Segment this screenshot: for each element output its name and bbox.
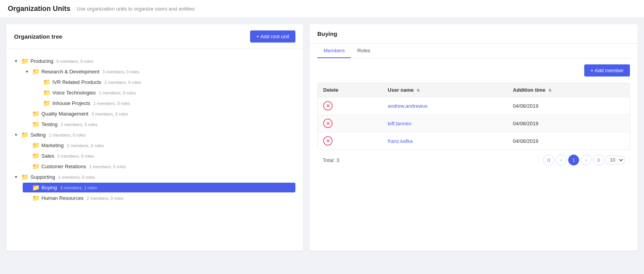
table-row: ✕ franz.kafka 04/08/2019 — [318, 132, 630, 150]
tree-meta: 3 members, 1 roles — [60, 185, 97, 190]
members-table: Delete User name ⇅ Addition time ⇅ — [318, 83, 630, 149]
tree-row-sales[interactable]: 📁 Sales 3 members, 0 roles — [25, 151, 295, 161]
tree-label: Selling — [30, 132, 46, 138]
left-panel: Organization tree + Add root unit ▼ 📁 Pr… — [6, 24, 303, 251]
page-title: Organization Units — [8, 5, 70, 13]
tree-children-selling: 📁 Marketing 2 members, 0 roles 📁 Sales 3… — [25, 141, 295, 171]
folder-icon: 📁 — [43, 100, 51, 107]
folder-icon: 📁 — [32, 194, 40, 202]
right-panel-body: + Add member Delete User name ⇅ — [309, 58, 638, 172]
tab-roles[interactable]: Roles — [351, 44, 376, 58]
col-delete-label: Delete — [323, 87, 338, 93]
members-table-container: Delete User name ⇅ Addition time ⇅ — [317, 83, 630, 150]
add-root-unit-button[interactable]: + Add root unit — [250, 30, 295, 43]
folder-icon: 📁 — [21, 131, 29, 139]
tree-meta: 1 members, 0 roles — [89, 164, 126, 169]
org-tree-title: Organization tree — [14, 33, 62, 40]
username-cell: andrew.andrewus — [382, 97, 507, 115]
folder-icon: 📁 — [32, 152, 40, 160]
right-panel: Buying Members Roles + Add member Delete — [309, 24, 638, 251]
tree-row-vt[interactable]: 📁 Voice Technologies 1 members, 0 roles — [36, 88, 295, 98]
tree-meta: 1 members, 0 roles — [99, 91, 136, 95]
tree-children-supporting: 📁 Buying 3 members, 1 roles 📁 Human Reso… — [25, 183, 295, 203]
addition-time-cell: 04/08/2019 — [508, 115, 630, 132]
col-username[interactable]: User name ⇅ — [382, 83, 507, 97]
prev-page-button[interactable]: ‹ — [556, 155, 567, 165]
tree-row-testing[interactable]: 📁 Testing 2 members, 0 roles — [25, 119, 295, 129]
first-page-button[interactable]: ⟨⟨ — [543, 155, 554, 165]
tree-row-supporting[interactable]: ▼ 📁 Supporting 1 members, 0 roles — [14, 172, 295, 182]
sort-icon: ⇅ — [417, 88, 420, 93]
folder-icon: 📁 — [32, 110, 40, 117]
tree-children-producing: ▼ 📁 Research & Development 3 members, 0 … — [25, 67, 295, 129]
delete-button[interactable]: ✕ — [323, 119, 333, 128]
folder-icon: 📁 — [43, 89, 51, 96]
folder-icon: 📁 — [21, 173, 29, 181]
tree-row-ivr[interactable]: 📁 IVR Related Products 2 members, 0 role… — [36, 77, 295, 87]
page-1-button[interactable]: 1 — [568, 155, 579, 165]
tree-label: Human Resources — [41, 195, 84, 201]
tree-item-hr: 📁 Human Resources 2 members, 0 roles — [25, 193, 295, 203]
add-member-row: + Add member — [317, 64, 630, 77]
tree-row-producing[interactable]: ▼ 📁 Producing 5 members, 0 roles — [14, 56, 295, 66]
tree-item-supporting: ▼ 📁 Supporting 1 members, 0 roles 📁 Buyi… — [14, 172, 295, 203]
page-subtitle: Use organization units to organize users… — [77, 6, 195, 12]
tree-meta: 5 members, 0 roles — [57, 59, 93, 64]
page-header: Organization Units Use organization unit… — [0, 0, 644, 18]
last-page-button[interactable]: ⟩⟩ — [593, 155, 604, 165]
tree-row-marketing[interactable]: 📁 Marketing 2 members, 0 roles — [25, 141, 295, 150]
tree-row-ip[interactable]: 📁 Inhouse Projects 1 members, 0 roles — [36, 98, 295, 108]
tree-label: Sales — [41, 153, 54, 159]
page-size-select[interactable]: 10 25 50 — [606, 156, 624, 164]
tree-meta: 1 members, 0 roles — [49, 133, 86, 137]
username-cell: franz.kafka — [382, 132, 507, 150]
tree-label: Research & Development — [41, 69, 99, 75]
delete-button[interactable]: ✕ — [323, 136, 333, 146]
tree-label: Inhouse Projects — [52, 100, 90, 106]
tree-children-rd: 📁 IVR Related Products 2 members, 0 role… — [36, 77, 295, 108]
tree-meta: 1 members, 0 roles — [93, 101, 130, 106]
username-cell: biff.tannen — [382, 115, 507, 132]
add-member-button[interactable]: + Add member — [584, 64, 630, 77]
delete-cell: ✕ — [318, 132, 382, 150]
user-link[interactable]: franz.kafka — [388, 138, 413, 144]
tree-meta: 2 members, 0 roles — [104, 80, 141, 85]
tab-members[interactable]: Members — [317, 44, 351, 58]
tree-label: Quality Management — [41, 111, 88, 117]
user-link[interactable]: andrew.andrewus — [388, 103, 428, 109]
tree-row-cr[interactable]: 📁 Customer Relations 1 members, 0 roles — [25, 162, 295, 171]
tree-row-qm[interactable]: 📁 Quality Management 3 members, 0 roles — [25, 109, 295, 119]
folder-icon: 📁 — [21, 57, 29, 65]
tree-row-buying[interactable]: 📁 Buying 3 members, 1 roles — [23, 183, 295, 192]
tree-meta: 3 members, 0 roles — [102, 69, 139, 74]
folder-icon: 📁 — [32, 142, 40, 149]
tree-meta: 2 members, 0 roles — [67, 143, 104, 148]
table-header: Delete User name ⇅ Addition time ⇅ — [318, 83, 630, 97]
tree-row-selling[interactable]: ▼ 📁 Selling 1 members, 0 roles — [14, 130, 295, 140]
delete-button[interactable]: ✕ — [323, 101, 333, 110]
tree-row-hr[interactable]: 📁 Human Resources 2 members, 0 roles — [25, 193, 295, 203]
folder-icon: 📁 — [32, 68, 40, 75]
tree-label: Supporting — [30, 174, 55, 180]
tree-label: Buying — [41, 185, 57, 190]
user-link[interactable]: biff.tannen — [388, 121, 411, 126]
delete-cell: ✕ — [318, 115, 382, 132]
tree-item-producing: ▼ 📁 Producing 5 members, 0 roles ▼ 📁 Res… — [14, 56, 295, 129]
chevron-down-icon: ▼ — [25, 69, 30, 74]
left-panel-header: Organization tree + Add root unit — [6, 24, 303, 49]
tree-label: Customer Relations — [41, 164, 86, 169]
tree-meta: 2 members, 0 roles — [61, 122, 97, 127]
tree-item-ip: 📁 Inhouse Projects 1 members, 0 roles — [36, 98, 295, 108]
next-page-button[interactable]: › — [581, 155, 592, 165]
tree-item-ivr: 📁 IVR Related Products 2 members, 0 role… — [36, 77, 295, 87]
tree-row-rd[interactable]: ▼ 📁 Research & Development 3 members, 0 … — [25, 67, 295, 77]
chevron-down-icon: ▼ — [14, 59, 20, 63]
folder-icon: 📁 — [43, 78, 51, 86]
sort-icon: ⇅ — [548, 88, 551, 93]
addition-time-cell: 04/08/2019 — [508, 132, 630, 150]
tree-label: Testing — [41, 121, 57, 127]
right-panel-header: Buying — [309, 24, 638, 44]
col-addition-time[interactable]: Addition time ⇅ — [508, 83, 630, 97]
tree-item-qm: 📁 Quality Management 3 members, 0 roles — [25, 109, 295, 119]
tree-item-sales: 📁 Sales 3 members, 0 roles — [25, 151, 295, 161]
